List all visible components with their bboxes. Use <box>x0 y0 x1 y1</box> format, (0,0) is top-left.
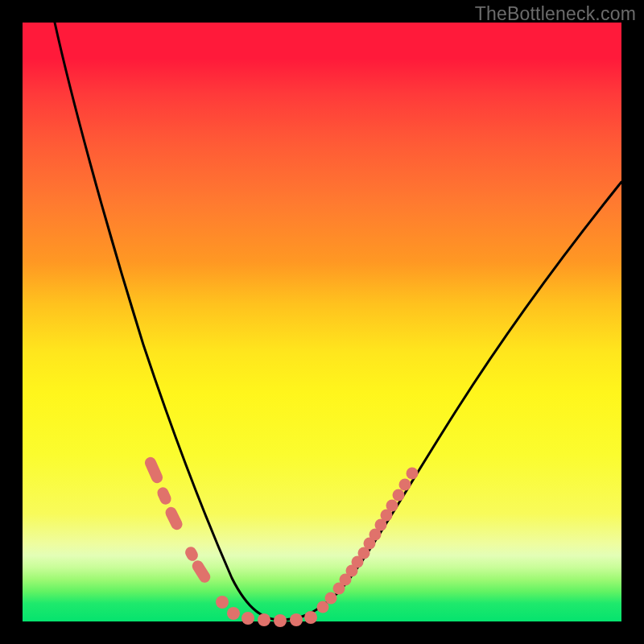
marker-dot <box>304 611 317 624</box>
markers-right <box>317 468 419 613</box>
marker-pill <box>163 505 184 531</box>
markers-left <box>143 456 213 585</box>
marker-pill <box>190 559 213 585</box>
bottleneck-plot <box>23 23 621 621</box>
marker-pill <box>143 456 165 485</box>
watermark-text: TheBottleneck.com <box>475 3 636 25</box>
marker-dot <box>393 489 405 502</box>
marker-dot <box>399 479 411 491</box>
marker-dot <box>290 613 303 626</box>
marker-dot <box>386 500 398 512</box>
marker-pill <box>155 485 173 506</box>
chart-frame <box>23 23 621 621</box>
marker-dot <box>227 607 240 620</box>
markers-bottom <box>216 596 317 627</box>
bottleneck-curve <box>55 23 621 620</box>
marker-dot <box>274 614 287 627</box>
marker-dot <box>325 592 337 605</box>
marker-dot <box>216 596 229 609</box>
marker-dot <box>407 468 419 480</box>
marker-pill <box>184 545 200 563</box>
marker-dot <box>242 612 254 625</box>
marker-dot <box>258 613 270 626</box>
